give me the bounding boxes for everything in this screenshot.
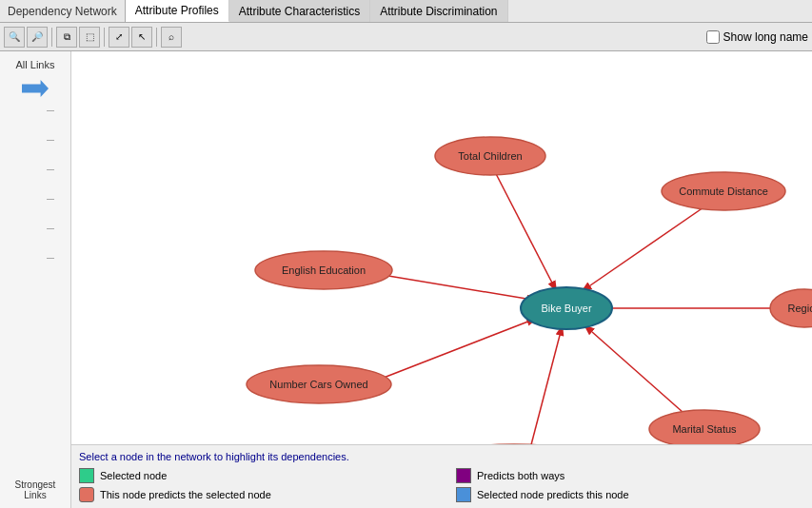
- node-english-education-label: English Education: [282, 264, 366, 276]
- swatch-predicts-both: [456, 468, 471, 483]
- toolbar: 🔍 🔎 ⧉ ⬚ ⤢ ↖ ⌕ Show long name: [0, 23, 812, 51]
- show-long-name-checkbox[interactable]: [706, 30, 720, 44]
- legend: Selected node Predicts both ways This no…: [79, 468, 804, 502]
- legend-selected-predicts-label: Selected node predicts this node: [477, 489, 629, 500]
- tab-bar: Dependency Network Attribute Profiles At…: [0, 0, 812, 23]
- paste-button[interactable]: ⬚: [79, 27, 100, 48]
- node-region-label: Region: [788, 303, 812, 314]
- bottom-panel: Select a node in the network to highligh…: [71, 444, 812, 508]
- edge-english-education: [371, 273, 538, 301]
- filter-arrow-icon[interactable]: [22, 80, 49, 97]
- dependency-graph: Bike Buyer Total Children Commute Distan…: [71, 51, 812, 508]
- toolbar-separator-2: [104, 28, 105, 47]
- app-title: Dependency Network: [0, 0, 126, 22]
- node-bike-buyer-label: Bike Buyer: [541, 303, 592, 314]
- toolbar-separator-1: [51, 28, 52, 47]
- edge-commute-distance: [581, 197, 719, 292]
- tick-4: [47, 199, 54, 200]
- search-button[interactable]: ⌕: [161, 27, 182, 48]
- tick-6: [47, 258, 54, 259]
- legend-this-node-predicts: This node predicts the selected node: [79, 487, 427, 502]
- swatch-this-node-predicts: [79, 487, 94, 502]
- legend-selected-node-label: Selected node: [100, 470, 167, 481]
- zoom-out-button[interactable]: 🔎: [27, 27, 48, 48]
- all-links-label: All Links: [16, 59, 55, 70]
- node-total-children-label: Total Children: [458, 150, 522, 162]
- show-long-name-label: Show long name: [723, 30, 808, 44]
- node-marital-status-label: Marital Status: [672, 423, 737, 435]
- swatch-selected-node: [79, 468, 94, 483]
- fit-button[interactable]: ⤢: [109, 27, 129, 48]
- edge-cars-owned: [366, 318, 538, 384]
- legend-selected-node: Selected node: [79, 468, 427, 483]
- tick-5: [47, 228, 54, 229]
- bottom-hint-highlight: highlight its dependencies.: [226, 451, 349, 462]
- tick-2: [47, 140, 54, 141]
- toolbar-separator-3: [156, 28, 157, 47]
- show-long-name-group: Show long name: [706, 30, 808, 44]
- zoom-in-button[interactable]: 🔍: [4, 27, 25, 48]
- bottom-hint-static: Select a node in the network to: [79, 451, 223, 462]
- tick-3: [47, 169, 54, 170]
- left-panel: All Links Strongest Links: [0, 51, 71, 508]
- legend-predicts-both: Predicts both ways: [456, 468, 804, 483]
- legend-this-node-predicts-label: This node predicts the selected node: [100, 489, 271, 500]
- tab-attribute-profiles[interactable]: Attribute Profiles: [126, 0, 229, 22]
- tick-1: [47, 110, 54, 111]
- legend-selected-predicts: Selected node predicts this node: [456, 487, 804, 502]
- legend-predicts-both-label: Predicts both ways: [477, 470, 564, 481]
- copy-button[interactable]: ⧉: [56, 27, 77, 48]
- strongest-links-label: Strongest Links: [0, 479, 70, 500]
- edge-children-at-home: [528, 324, 563, 456]
- main-content: All Links Strongest Links: [0, 51, 812, 508]
- tab-attribute-discrimination[interactable]: Attribute Discrimination: [370, 0, 507, 22]
- graph-area[interactable]: Bike Buyer Total Children Commute Distan…: [71, 51, 812, 508]
- tab-attribute-characteristics[interactable]: Attribute Characteristics: [229, 0, 370, 22]
- swatch-selected-predicts: [456, 487, 471, 502]
- tick-marks: [16, 110, 54, 259]
- bottom-hint: Select a node in the network to highligh…: [79, 451, 804, 462]
- edge-total-children: [490, 163, 557, 292]
- select-button[interactable]: ↖: [131, 27, 152, 48]
- node-cars-owned-label: Number Cars Owned: [269, 379, 367, 390]
- node-commute-distance-label: Commute Distance: [679, 186, 768, 197]
